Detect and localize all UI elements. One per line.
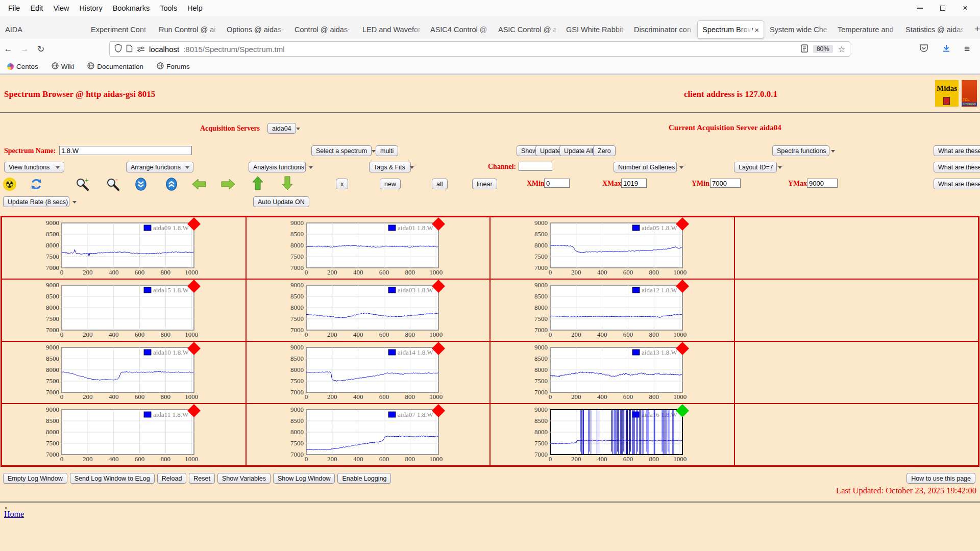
browser-tab[interactable]: System wide Che: [765, 20, 832, 39]
menu-view[interactable]: View: [48, 4, 74, 12]
reload-button[interactable]: ↻: [33, 44, 49, 55]
arrange-functions-dropdown[interactable]: Arrange functions: [126, 162, 193, 172]
tab-close-icon[interactable]: ×: [754, 26, 759, 34]
spectra-functions-dropdown[interactable]: Spectra functions: [772, 145, 829, 156]
browser-tab[interactable]: Run Control @ ai: [154, 20, 221, 39]
log-button[interactable]: Show Log Window: [273, 473, 335, 484]
spectrum-chart[interactable]: 0200400600800100070007500800085009000aid…: [491, 280, 734, 341]
multi-button[interactable]: multi: [376, 145, 398, 156]
spectrum-chart[interactable]: 0200400600800100070007500800085009000aid…: [2, 404, 246, 465]
url-bar[interactable]: localhost:8015/Spectrum/Spectrum.tml 80%…: [109, 41, 850, 57]
radiation-icon[interactable]: ☢: [2, 177, 17, 191]
arrow-down-icon[interactable]: [280, 176, 295, 190]
browser-tab[interactable]: Options @ aidas-: [222, 20, 289, 39]
x-button[interactable]: x: [336, 179, 348, 189]
auto-update-button[interactable]: Auto Update ON: [253, 196, 309, 207]
zoom-in-icon[interactable]: +: [75, 177, 90, 191]
zoom-level-badge[interactable]: 80%: [813, 45, 833, 53]
what-are-these-button[interactable]: What are these?: [934, 145, 980, 156]
browser-tab[interactable]: Control @ aidas-: [290, 20, 357, 39]
spectrum-chart[interactable]: 0200400600800100070007500800085009000aid…: [247, 404, 490, 465]
log-button[interactable]: Reload: [157, 473, 187, 484]
browser-tab[interactable]: Statistics @ aidas: [901, 20, 968, 39]
home-link[interactable]: Home: [4, 510, 24, 519]
pocket-icon[interactable]: [919, 44, 928, 55]
menu-edit[interactable]: Edit: [25, 4, 48, 12]
spectrum-chart[interactable]: 0200400600800100070007500800085009000aid…: [491, 217, 734, 279]
ymax-input[interactable]: [807, 179, 838, 188]
browser-tab[interactable]: Discriminator con: [629, 20, 696, 39]
log-button[interactable]: Empty Log Window: [3, 473, 67, 484]
how-to-use-button[interactable]: How to use this page: [906, 473, 975, 484]
spectrum-chart[interactable]: 0200400600800100070007500800085009000aid…: [247, 280, 490, 341]
app-menu-icon[interactable]: ≡: [964, 43, 970, 55]
window-minimize-button[interactable]: [917, 8, 923, 9]
spectrum-chart[interactable]: 0200400600800100070007500800085009000aid…: [491, 342, 734, 403]
tags-fits-dropdown[interactable]: Tags & Fits: [369, 162, 411, 172]
what-are-these-button[interactable]: What are these?: [934, 179, 980, 189]
select-spectrum-dropdown[interactable]: Select a spectrum: [311, 145, 372, 156]
xmax-input[interactable]: [621, 179, 647, 188]
window-close-button[interactable]: ×: [963, 6, 968, 11]
arrow-up-icon[interactable]: [250, 176, 265, 190]
reader-mode-icon[interactable]: [801, 44, 808, 54]
linear-button[interactable]: linear: [472, 179, 497, 189]
menu-help[interactable]: Help: [182, 4, 208, 12]
spectrum-chart[interactable]: 0200400600800100070007500800085009000aid…: [2, 280, 246, 341]
ymin-input[interactable]: [710, 179, 741, 188]
spectrum-chart[interactable]: 0200400600800100070007500800085009000aid…: [247, 342, 490, 403]
refresh-icon[interactable]: [29, 177, 44, 191]
browser-tab[interactable]: AIDA: [1, 20, 85, 39]
arrow-right-icon[interactable]: [220, 177, 236, 191]
channel-input[interactable]: [519, 162, 552, 171]
menu-bookmarks[interactable]: Bookmarks: [108, 4, 155, 12]
zoom-out-icon[interactable]: -: [106, 177, 121, 191]
spectrum-chart[interactable]: 0200400600800100070007500800085009000aid…: [491, 404, 734, 465]
new-tab-button[interactable]: +: [968, 23, 980, 39]
browser-tab[interactable]: Spectrum Brow×: [697, 20, 764, 39]
log-button[interactable]: Enable Logging: [337, 473, 391, 484]
bookmark-wiki[interactable]: Wiki: [52, 62, 75, 71]
arrow-left-icon[interactable]: [191, 177, 207, 191]
spectrum-chart[interactable]: 0200400600800100070007500800085009000aid…: [2, 342, 246, 403]
analysis-functions-dropdown[interactable]: Analysis functions: [249, 162, 306, 172]
spectrum-chart[interactable]: 0200400600800100070007500800085009000aid…: [247, 217, 490, 279]
bookmark-forums[interactable]: Forums: [157, 62, 190, 71]
update-all-button[interactable]: Update All: [559, 145, 598, 156]
window-maximize-button[interactable]: [940, 6, 945, 11]
view-functions-dropdown[interactable]: View functions: [4, 162, 64, 172]
spectrum-name-input[interactable]: [59, 146, 192, 155]
forward-button[interactable]: →: [16, 44, 33, 54]
log-button[interactable]: Show Variables: [217, 473, 271, 484]
spectrum-chart[interactable]: 0200400600800100070007500800085009000aid…: [2, 217, 246, 279]
browser-tab[interactable]: Temperature and: [833, 20, 900, 39]
all-button[interactable]: all: [432, 179, 448, 189]
bookmark-documentation[interactable]: Documentation: [87, 62, 143, 71]
log-button[interactable]: Send Log Window to ELog: [70, 473, 155, 484]
shield-icon[interactable]: [114, 44, 122, 54]
scroll-down-icon[interactable]: [133, 177, 149, 191]
acquisition-server-select[interactable]: aida04: [267, 123, 296, 134]
what-are-these-button[interactable]: What are these?: [934, 162, 980, 172]
browser-tab[interactable]: ASIC Control @ a: [494, 20, 560, 39]
new-button[interactable]: new: [380, 179, 401, 189]
number-of-galleries-dropdown[interactable]: Number of Galleries: [614, 162, 677, 172]
update-rate-dropdown[interactable]: Update Rate (8 secs): [3, 196, 69, 207]
page-info-icon[interactable]: [126, 44, 133, 54]
permissions-icon[interactable]: [137, 45, 145, 54]
browser-tab[interactable]: LED and Wavefor: [358, 20, 425, 39]
back-button[interactable]: ←: [0, 44, 16, 54]
menu-file[interactable]: File: [3, 4, 25, 12]
scroll-up-icon[interactable]: [164, 177, 179, 191]
layout-id-dropdown[interactable]: Layout ID=7: [734, 162, 777, 172]
bookmark-star-icon[interactable]: ☆: [838, 44, 845, 54]
log-button[interactable]: Reset: [189, 473, 215, 484]
zero-button[interactable]: Zero: [593, 145, 616, 156]
browser-tab[interactable]: GSI White Rabbit: [561, 20, 628, 39]
bookmark-centos[interactable]: Centos: [7, 63, 38, 70]
browser-tab[interactable]: ASIC4 Control @: [426, 20, 493, 39]
xmin-input[interactable]: [544, 179, 570, 188]
download-icon[interactable]: [942, 44, 951, 55]
menu-history[interactable]: History: [75, 4, 108, 12]
menu-tools[interactable]: Tools: [155, 4, 182, 12]
